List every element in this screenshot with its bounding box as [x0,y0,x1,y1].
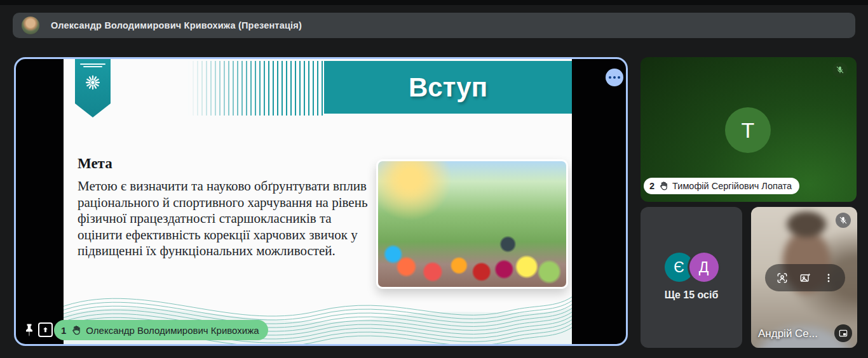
raised-hand-icon [71,325,81,336]
shared-slide: Вступ Мета Метою є визначити та науково … [64,59,572,344]
mic-off-icon [836,213,851,228]
mic-off-icon [832,62,848,77]
logo-flower-icon [83,72,103,93]
tile-menu-icon[interactable] [822,272,835,284]
participant-name-label: Тимофій Сергійович Лопата [672,181,792,191]
speaker-name-label: Олександр Володимирович Кривохижа (Презе… [51,20,302,30]
visual-effects-icon[interactable] [799,272,811,284]
university-logo [75,59,111,117]
presenter-hand-badge: 1 Олександр Володимирович Кривохижа [54,320,268,340]
slide-heading: Мета [78,156,112,172]
pin-icon[interactable] [22,322,37,338]
slide-body-text: Метою є визначити та науково обґрунтуват… [78,178,375,260]
raised-hand-count: 2 [649,181,654,191]
participant-tile-timofii[interactable]: Т 2 Тимофій Сергійович Лопата [641,57,857,202]
participant-tile-andrii[interactable]: Андрій Се... [751,207,857,348]
slide-title-banner: Вступ [324,61,572,114]
active-speaker-banner: Олександр Володимирович Кривохижа (Презе… [13,13,855,38]
overflow-participants-tile[interactable]: Є Д Ще 15 осіб [641,207,742,348]
overflow-count-label: Ще 15 осіб [641,289,742,301]
focus-participant-icon[interactable] [776,272,789,284]
participant-name-label: Андрій Се... [758,328,818,340]
avatar: Т [725,107,771,153]
raised-hand-count: 1 [61,325,66,336]
slide-stripe-decoration [188,61,324,116]
more-options-icon[interactable] [606,69,623,86]
slide-title: Вступ [409,72,487,103]
raised-hand-icon [658,181,668,191]
picture-in-picture-icon[interactable] [834,324,852,342]
slide-photo [376,159,568,289]
presentation-tile[interactable]: Вступ Мета Метою є визначити та науково … [14,57,628,346]
presenter-name-label: Олександр Володимирович Кривохижа [86,325,259,336]
speaker-avatar [22,17,39,34]
tile-hover-toolbar [765,264,845,291]
participant-hand-badge: 2 Тимофій Сергійович Лопата [644,178,799,194]
open-in-tab-icon[interactable] [38,322,53,337]
avatar: Д [689,253,719,282]
window-top-edge [0,0,868,5]
overflow-avatars: Є Д [641,253,742,282]
